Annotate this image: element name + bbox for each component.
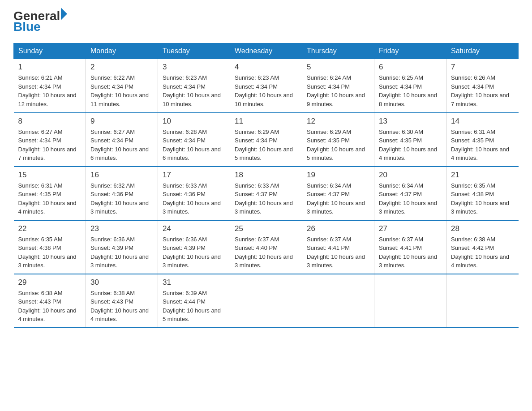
day-info: Sunrise: 6:21 AM Sunset: 4:34 PM Dayligh… (18, 73, 82, 108)
calendar-cell: 16 Sunrise: 6:32 AM Sunset: 4:36 PM Dayl… (86, 167, 158, 220)
day-number: 22 (18, 224, 82, 233)
week-row-4: 22 Sunrise: 6:35 AM Sunset: 4:38 PM Dayl… (14, 220, 519, 274)
day-info: Sunrise: 6:33 AM Sunset: 4:36 PM Dayligh… (163, 181, 225, 216)
calendar-cell: 28 Sunrise: 6:38 AM Sunset: 4:42 PM Dayl… (446, 220, 519, 274)
day-number: 11 (235, 117, 297, 126)
calendar-cell: 15 Sunrise: 6:31 AM Sunset: 4:35 PM Dayl… (14, 167, 86, 220)
calendar-cell (446, 274, 519, 328)
day-info: Sunrise: 6:27 AM Sunset: 4:34 PM Dayligh… (90, 128, 153, 163)
day-info: Sunrise: 6:26 AM Sunset: 4:34 PM Dayligh… (451, 73, 514, 108)
day-info: Sunrise: 6:37 AM Sunset: 4:41 PM Dayligh… (307, 235, 369, 270)
day-info: Sunrise: 6:32 AM Sunset: 4:36 PM Dayligh… (90, 181, 153, 216)
week-row-1: 1 Sunrise: 6:21 AM Sunset: 4:34 PM Dayli… (14, 59, 519, 113)
calendar-cell: 27 Sunrise: 6:37 AM Sunset: 4:41 PM Dayl… (374, 220, 446, 274)
calendar-cell: 2 Sunrise: 6:22 AM Sunset: 4:34 PM Dayli… (86, 59, 158, 113)
day-info: Sunrise: 6:34 AM Sunset: 4:37 PM Dayligh… (307, 181, 369, 216)
day-number: 10 (163, 117, 225, 126)
day-info: Sunrise: 6:24 AM Sunset: 4:34 PM Dayligh… (307, 73, 369, 108)
calendar-cell: 17 Sunrise: 6:33 AM Sunset: 4:36 PM Dayl… (158, 167, 230, 220)
day-number: 7 (451, 63, 514, 72)
day-info: Sunrise: 6:34 AM Sunset: 4:37 PM Dayligh… (379, 181, 442, 216)
day-number: 4 (235, 63, 297, 72)
calendar-cell: 1 Sunrise: 6:21 AM Sunset: 4:34 PM Dayli… (14, 59, 86, 113)
calendar-cell: 13 Sunrise: 6:30 AM Sunset: 4:35 PM Dayl… (374, 113, 446, 167)
weekday-header-monday: Monday (86, 43, 158, 59)
day-number: 5 (307, 63, 369, 72)
day-number: 14 (451, 117, 514, 126)
day-number: 21 (451, 171, 514, 180)
calendar-cell: 24 Sunrise: 6:36 AM Sunset: 4:39 PM Dayl… (158, 220, 230, 274)
day-number: 30 (90, 278, 153, 287)
day-info: Sunrise: 6:29 AM Sunset: 4:34 PM Dayligh… (235, 128, 297, 163)
day-info: Sunrise: 6:31 AM Sunset: 4:35 PM Dayligh… (18, 181, 82, 216)
day-number: 2 (90, 63, 153, 72)
day-number: 8 (18, 117, 82, 126)
calendar-table: SundayMondayTuesdayWednesdayThursdayFrid… (13, 43, 519, 328)
day-number: 31 (163, 278, 225, 287)
week-row-3: 15 Sunrise: 6:31 AM Sunset: 4:35 PM Dayl… (14, 167, 519, 220)
day-info: Sunrise: 6:28 AM Sunset: 4:34 PM Dayligh… (163, 128, 225, 163)
weekday-header-tuesday: Tuesday (158, 43, 230, 59)
calendar-cell: 30 Sunrise: 6:38 AM Sunset: 4:43 PM Dayl… (86, 274, 158, 328)
day-number: 26 (307, 224, 369, 233)
calendar-cell: 6 Sunrise: 6:25 AM Sunset: 4:34 PM Dayli… (374, 59, 446, 113)
day-info: Sunrise: 6:36 AM Sunset: 4:39 PM Dayligh… (90, 235, 153, 270)
day-info: Sunrise: 6:38 AM Sunset: 4:42 PM Dayligh… (451, 235, 514, 270)
calendar-cell: 3 Sunrise: 6:23 AM Sunset: 4:34 PM Dayli… (158, 59, 230, 113)
day-number: 29 (18, 278, 82, 287)
calendar-cell: 21 Sunrise: 6:35 AM Sunset: 4:38 PM Dayl… (446, 167, 519, 220)
calendar-cell: 12 Sunrise: 6:29 AM Sunset: 4:35 PM Dayl… (302, 113, 374, 167)
calendar-cell: 8 Sunrise: 6:27 AM Sunset: 4:34 PM Dayli… (14, 113, 86, 167)
day-info: Sunrise: 6:33 AM Sunset: 4:37 PM Dayligh… (235, 181, 297, 216)
calendar-cell: 14 Sunrise: 6:31 AM Sunset: 4:35 PM Dayl… (446, 113, 519, 167)
day-info: Sunrise: 6:39 AM Sunset: 4:44 PM Dayligh… (163, 289, 225, 324)
day-number: 1 (18, 63, 82, 72)
calendar-cell: 29 Sunrise: 6:38 AM Sunset: 4:43 PM Dayl… (14, 274, 86, 328)
day-number: 3 (163, 63, 225, 72)
day-info: Sunrise: 6:31 AM Sunset: 4:35 PM Dayligh… (451, 128, 514, 163)
calendar-cell: 9 Sunrise: 6:27 AM Sunset: 4:34 PM Dayli… (86, 113, 158, 167)
day-info: Sunrise: 6:25 AM Sunset: 4:34 PM Dayligh… (379, 73, 442, 108)
day-number: 9 (90, 117, 153, 126)
day-number: 18 (235, 171, 297, 180)
day-info: Sunrise: 6:30 AM Sunset: 4:35 PM Dayligh… (379, 128, 442, 163)
day-info: Sunrise: 6:23 AM Sunset: 4:34 PM Dayligh… (235, 73, 297, 108)
weekday-header-friday: Friday (374, 43, 446, 59)
day-info: Sunrise: 6:29 AM Sunset: 4:35 PM Dayligh… (307, 128, 369, 163)
day-info: Sunrise: 6:22 AM Sunset: 4:34 PM Dayligh… (90, 73, 153, 108)
calendar-cell: 5 Sunrise: 6:24 AM Sunset: 4:34 PM Dayli… (302, 59, 374, 113)
calendar-cell: 18 Sunrise: 6:33 AM Sunset: 4:37 PM Dayl… (230, 167, 302, 220)
day-number: 27 (379, 224, 442, 233)
day-number: 23 (90, 224, 153, 233)
weekday-header-wednesday: Wednesday (230, 43, 302, 59)
day-info: Sunrise: 6:37 AM Sunset: 4:40 PM Dayligh… (235, 235, 297, 270)
logo: General Blue (13, 9, 67, 34)
calendar-cell: 22 Sunrise: 6:35 AM Sunset: 4:38 PM Dayl… (14, 220, 86, 274)
day-info: Sunrise: 6:35 AM Sunset: 4:38 PM Dayligh… (451, 181, 514, 216)
calendar-cell: 25 Sunrise: 6:37 AM Sunset: 4:40 PM Dayl… (230, 220, 302, 274)
calendar-cell: 31 Sunrise: 6:39 AM Sunset: 4:44 PM Dayl… (158, 274, 230, 328)
weekday-header-saturday: Saturday (446, 43, 519, 59)
week-row-2: 8 Sunrise: 6:27 AM Sunset: 4:34 PM Dayli… (14, 113, 519, 167)
day-number: 28 (451, 224, 514, 233)
day-info: Sunrise: 6:27 AM Sunset: 4:34 PM Dayligh… (18, 128, 82, 163)
calendar-cell: 7 Sunrise: 6:26 AM Sunset: 4:34 PM Dayli… (446, 59, 519, 113)
day-info: Sunrise: 6:36 AM Sunset: 4:39 PM Dayligh… (163, 235, 225, 270)
page-header: General Blue (13, 9, 519, 34)
calendar-cell: 10 Sunrise: 6:28 AM Sunset: 4:34 PM Dayl… (158, 113, 230, 167)
day-number: 6 (379, 63, 442, 72)
day-number: 12 (307, 117, 369, 126)
calendar-cell (374, 274, 446, 328)
day-info: Sunrise: 6:38 AM Sunset: 4:43 PM Dayligh… (90, 289, 153, 324)
week-row-5: 29 Sunrise: 6:38 AM Sunset: 4:43 PM Dayl… (14, 274, 519, 328)
calendar-cell: 20 Sunrise: 6:34 AM Sunset: 4:37 PM Dayl… (374, 167, 446, 220)
calendar-cell: 11 Sunrise: 6:29 AM Sunset: 4:34 PM Dayl… (230, 113, 302, 167)
day-number: 16 (90, 171, 153, 180)
calendar-cell (302, 274, 374, 328)
day-info: Sunrise: 6:38 AM Sunset: 4:43 PM Dayligh… (18, 289, 82, 324)
calendar-cell (230, 274, 302, 328)
weekday-header-thursday: Thursday (302, 43, 374, 59)
weekday-header-sunday: Sunday (14, 43, 86, 59)
calendar-cell: 19 Sunrise: 6:34 AM Sunset: 4:37 PM Dayl… (302, 167, 374, 220)
day-info: Sunrise: 6:35 AM Sunset: 4:38 PM Dayligh… (18, 235, 82, 270)
